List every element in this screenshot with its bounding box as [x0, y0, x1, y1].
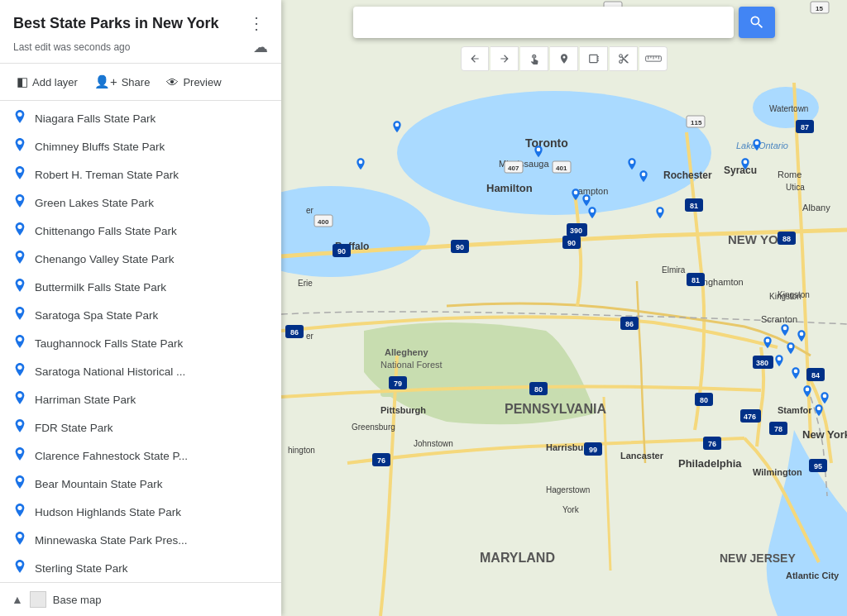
svg-text:407: 407 [508, 165, 519, 172]
pin-icon [13, 419, 26, 436]
map-pin[interactable] [626, 158, 638, 173]
map-pin[interactable] [779, 324, 791, 339]
map-search-input[interactable] [353, 7, 734, 38]
svg-text:390: 390 [570, 227, 582, 235]
park-list-item[interactable]: Niagara Falls State Park [0, 104, 281, 132]
three-dot-menu-button[interactable]: ⋮ [245, 12, 268, 35]
svg-text:PENNSYLVANIA: PENNSYLVANIA [505, 402, 606, 416]
pin-icon [13, 447, 26, 464]
park-name: Chimney Bluffs State Park [35, 141, 165, 153]
park-name: Bear Mountain State Park [35, 478, 163, 490]
park-list-item[interactable]: Green Lakes State Park [0, 189, 281, 217]
park-list-item[interactable]: Buttermilk Falls State Park [0, 273, 281, 301]
map-pin[interactable] [739, 158, 751, 173]
pin-tool-button[interactable] [550, 46, 578, 71]
svg-point-13 [17, 478, 22, 482]
park-list-item[interactable]: Chimney Bluffs State Park [0, 132, 281, 160]
park-name: Minnewaska State Park Pres... [35, 534, 188, 547]
svg-point-127 [630, 160, 634, 164]
park-list-item[interactable]: Chenango Valley State Park [0, 245, 281, 273]
park-list-item[interactable]: Chittenango Falls State Park [0, 217, 281, 245]
map-pin[interactable] [790, 367, 802, 382]
pin-icon [13, 222, 26, 239]
hand-tool-button[interactable] [520, 46, 548, 71]
park-name: Taughannock Falls State Park [35, 337, 183, 350]
add-layer-button[interactable]: ◧ Add layer [10, 70, 84, 93]
pin-icon [13, 532, 26, 548]
base-map-thumbnail [30, 591, 46, 608]
svg-text:476: 476 [744, 413, 756, 421]
park-list-item[interactable]: Saratoga Spa State Park [0, 301, 281, 329]
map-pin[interactable] [802, 385, 813, 400]
svg-text:Toronto: Toronto [525, 136, 568, 150]
map-pin[interactable] [796, 330, 807, 345]
share-button[interactable]: 👤+ Share [88, 70, 156, 93]
svg-point-5 [17, 253, 22, 257]
preview-button[interactable]: 👁 Preview [160, 71, 227, 93]
svg-text:MARYLAND: MARYLAND [480, 551, 555, 565]
park-name: Chittenango Falls State Park [35, 225, 177, 237]
base-map-expand-button[interactable]: ▲ [12, 593, 23, 606]
pin-icon [13, 166, 26, 183]
map-pin[interactable] [355, 158, 366, 173]
park-list-item[interactable]: Hudson Highlands State Park [0, 498, 281, 526]
svg-text:90: 90 [567, 239, 576, 247]
svg-text:80: 80 [700, 396, 708, 404]
park-list-item[interactable]: Clarence Fahnestock State P... [0, 442, 281, 470]
back-button[interactable] [461, 46, 489, 71]
park-list-item[interactable]: Bear Mountain State Park [0, 470, 281, 498]
map-search-button[interactable] [739, 7, 775, 38]
pin-icon [13, 194, 26, 211]
park-list-item[interactable]: Taughannock Falls State Park [0, 329, 281, 357]
park-name: Buttermilk Falls State Park [35, 281, 166, 294]
map-pin[interactable] [762, 337, 773, 351]
svg-text:Stamfor: Stamfor [778, 405, 812, 415]
draw-line-button[interactable] [580, 46, 608, 71]
svg-text:78: 78 [774, 425, 782, 433]
svg-point-130 [591, 209, 595, 213]
map-pin[interactable] [654, 207, 666, 222]
map-pin[interactable] [391, 121, 403, 136]
pin-icon [13, 251, 26, 267]
svg-point-2 [17, 169, 22, 173]
park-list-item[interactable]: Robert H. Treman State Park [0, 160, 281, 189]
ruler-button[interactable] [639, 46, 668, 71]
sidebar-header: Best State Parks in New York ⋮ Last edit… [0, 0, 281, 64]
svg-point-143 [822, 394, 826, 398]
svg-text:er: er [306, 332, 314, 341]
svg-text:88: 88 [782, 235, 791, 243]
svg-text:Scranton: Scranton [761, 314, 797, 324]
svg-point-124 [395, 122, 400, 127]
svg-point-3 [17, 197, 22, 201]
svg-text:Utica: Utica [786, 183, 805, 192]
park-list-item[interactable]: Sterling State Park [0, 554, 281, 582]
map-pin[interactable] [751, 139, 763, 154]
svg-text:95: 95 [814, 462, 822, 470]
map-pin[interactable] [773, 355, 785, 370]
map-area[interactable]: Toronto Mississauga Hamilton Buffalo ram… [281, 0, 847, 616]
park-list-item[interactable]: Harriman State Park [0, 385, 281, 413]
park-list-item[interactable]: Saratoga National Historical ... [0, 357, 281, 385]
svg-text:90: 90 [456, 243, 464, 251]
svg-point-137 [778, 357, 782, 361]
park-list-item[interactable]: FDR State Park [0, 413, 281, 442]
svg-point-15 [17, 534, 22, 538]
map-pin[interactable] [819, 392, 830, 407]
sidebar-title: Best State Parks in New York [13, 15, 218, 32]
svg-text:Pittsburgh: Pittsburgh [380, 405, 426, 415]
share-label: Share [122, 76, 151, 88]
svg-point-134 [788, 345, 792, 349]
map-pin[interactable] [570, 189, 581, 203]
park-list-item[interactable]: Minnewaska State Park Pres... [0, 526, 281, 554]
svg-text:NEW JERSEY: NEW JERSEY [720, 552, 796, 565]
park-name: Harriman State Park [35, 394, 136, 406]
map-pin[interactable] [533, 146, 544, 160]
forward-button[interactable] [490, 46, 519, 71]
map-pin[interactable] [785, 342, 797, 357]
map-pin[interactable] [586, 207, 598, 222]
cut-tool-button[interactable] [610, 46, 638, 71]
map-pin[interactable] [638, 170, 649, 185]
svg-text:er: er [306, 206, 314, 215]
svg-point-133 [744, 160, 748, 164]
pin-icon [13, 560, 26, 576]
